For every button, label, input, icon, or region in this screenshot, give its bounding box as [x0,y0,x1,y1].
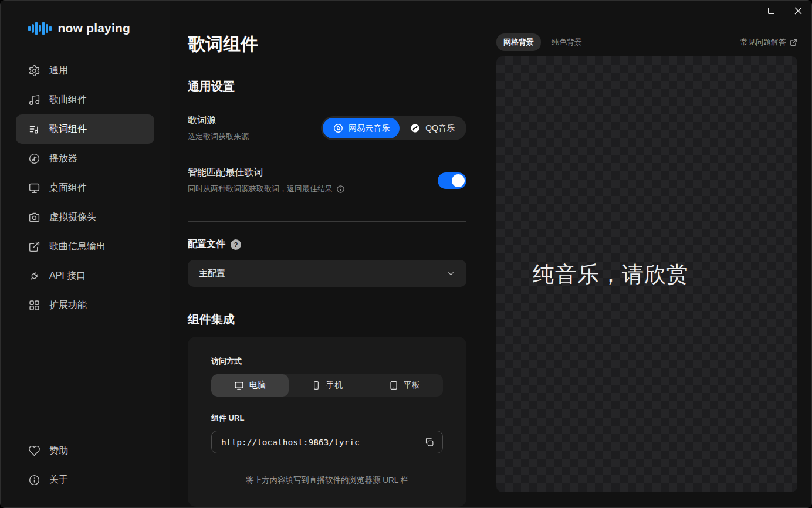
main-content: 歌词组件 通用设置 歌词源 选定歌词获取来源 网易云音乐 QQ音乐 [170,1,496,507]
source-option-netease[interactable]: 网易云音乐 [323,118,400,138]
sidebar-item-label: API 接口 [49,270,86,282]
sidebar-item-general[interactable]: 通用 [16,56,154,85]
profile-select[interactable]: 主配置 [188,260,466,287]
access-method-segmented-control: 电脑 手机 平板 [211,374,443,397]
source-option-label: 网易云音乐 [349,123,390,134]
smart-match-label: 智能匹配最佳歌词 [188,167,345,179]
faq-link-label: 常见问题解答 [740,37,786,48]
maximize-button[interactable] [757,1,784,21]
sidebar-item-song-info-output[interactable]: 歌曲信息输出 [16,232,154,261]
gear-icon [28,65,40,77]
monitor-icon [28,182,40,194]
integration-card: 访问方式 电脑 手机 平板 组件 URL [188,337,466,507]
lyric-preview-text: 纯音乐，请欣赏 [533,260,689,289]
sidebar-item-song-widget[interactable]: 歌曲组件 [16,85,154,114]
device-option-tablet[interactable]: 平板 [366,374,443,397]
plug-icon [28,270,40,282]
integration-helper-text: 将上方内容填写到直播软件的浏览器源 URL 栏 [211,475,443,486]
lyric-source-label: 歌词源 [188,114,249,127]
faq-link[interactable]: 常见问题解答 [740,37,797,48]
qqmusic-icon [410,123,421,134]
waveform-icon [28,21,52,36]
profile-heading: 配置文件 [188,238,225,250]
device-option-computer[interactable]: 电脑 [211,374,289,397]
profile-heading-row: 配置文件 ? [188,238,466,250]
access-method-label: 访问方式 [211,356,443,367]
lyric-source-row: 歌词源 选定歌词获取来源 网易云音乐 QQ音乐 [188,114,466,142]
sidebar-item-label: 关于 [49,474,68,486]
chevron-down-icon [446,269,455,278]
app-window: now playing 通用 歌曲组件 歌词组件 [0,0,812,508]
lyric-preview-area: 纯音乐，请欣赏 [496,56,797,492]
general-settings-heading: 通用设置 [188,79,466,94]
smart-match-toggle[interactable] [438,172,466,189]
close-button[interactable] [784,1,811,21]
info-icon [28,474,40,486]
maximize-icon [768,8,774,14]
preview-header: 网格背景 纯色背景 常见问题解答 [496,33,797,51]
sidebar-item-extensions[interactable]: 扩展功能 [16,290,154,320]
lyrics-icon [28,123,40,136]
tablet-icon [389,381,398,390]
section-divider [188,221,466,222]
app-title: now playing [58,21,131,35]
smart-match-description-text: 同时从两种歌词源获取歌词，返回最佳结果 [188,184,333,194]
sidebar-item-label: 歌词组件 [49,123,87,136]
help-icon[interactable]: ? [231,239,241,250]
sidebar-item-label: 通用 [49,65,68,77]
sidebar-item-lyrics-widget[interactable]: 歌词组件 [16,114,154,144]
background-tabs: 网格背景 纯色背景 [496,33,589,51]
integration-heading: 组件集成 [188,311,466,327]
external-link-icon [790,39,797,46]
camera-icon [28,211,40,223]
app-logo: now playing [1,1,170,36]
source-option-qqmusic[interactable]: QQ音乐 [400,118,465,138]
close-icon [794,7,802,15]
sidebar-item-label: 虚拟摄像头 [49,211,96,223]
widget-url-field [211,431,443,453]
heart-icon [28,445,40,457]
sidebar-item-about[interactable]: 关于 [16,465,154,495]
netease-icon [333,123,344,134]
sidebar-footer: 赞助 关于 [1,436,170,495]
sidebar-item-api[interactable]: API 接口 [16,261,154,290]
info-icon[interactable] [336,185,345,194]
lyric-source-segmented-control: 网易云音乐 QQ音乐 [321,116,466,140]
minimize-icon [740,11,747,11]
device-option-label: 电脑 [249,380,266,391]
sidebar-item-label: 赞助 [49,445,68,457]
phone-icon [312,381,321,390]
tab-grid-background[interactable]: 网格背景 [496,33,541,51]
window-controls [730,1,811,21]
player-icon [28,153,40,165]
smart-match-description: 同时从两种歌词源获取歌词，返回最佳结果 [188,184,345,194]
sidebar: now playing 通用 歌曲组件 歌词组件 [1,1,170,507]
monitor-icon [234,381,244,391]
sidebar-item-sponsor[interactable]: 赞助 [16,436,154,465]
device-option-label: 手机 [326,380,343,391]
preview-panel: 网格背景 纯色背景 常见问题解答 纯音乐，请欣赏 [496,1,811,507]
device-option-phone[interactable]: 手机 [289,374,366,397]
page-title: 歌词组件 [188,32,466,56]
smart-match-row: 智能匹配最佳歌词 同时从两种歌词源获取歌词，返回最佳结果 [188,167,466,194]
sidebar-item-desktop-widget[interactable]: 桌面组件 [16,173,154,202]
tab-solid-background[interactable]: 纯色背景 [544,33,589,51]
sidebar-nav: 通用 歌曲组件 歌词组件 播放器 [1,56,170,320]
sidebar-item-virtual-camera[interactable]: 虚拟摄像头 [16,202,154,232]
lyric-source-description: 选定歌词获取来源 [188,131,249,142]
widget-url-label: 组件 URL [211,413,443,424]
device-option-label: 平板 [404,380,420,391]
widget-url-input[interactable] [221,438,418,447]
sidebar-item-label: 歌曲信息输出 [49,241,106,253]
sidebar-item-label: 扩展功能 [49,299,87,311]
source-option-label: QQ音乐 [425,123,455,134]
profile-select-value: 主配置 [199,268,225,279]
copy-icon [424,437,434,447]
sidebar-item-player[interactable]: 播放器 [16,144,154,173]
copy-button[interactable] [424,437,434,447]
external-link-icon [28,241,40,253]
minimize-button[interactable] [730,1,757,21]
grid-icon [28,299,40,311]
sidebar-item-label: 播放器 [49,153,77,165]
toggle-knob [452,174,465,187]
